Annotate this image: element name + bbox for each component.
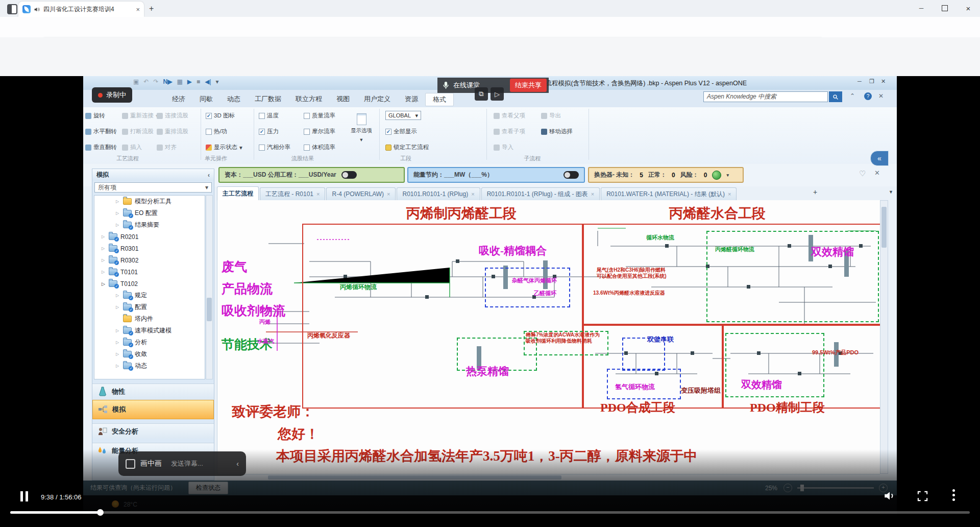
tree-item[interactable]: ▷ ✓ 模型分析工具 — [94, 196, 205, 207]
step-back-icon[interactable]: ◀| — [205, 78, 211, 85]
overlay-pip-icon[interactable]: ⧉ — [475, 87, 488, 101]
collapse-ribbon-icon[interactable]: ⌃ — [850, 92, 855, 100]
expander-icon[interactable]: ▷ — [116, 305, 122, 309]
window-minimize-button[interactable]: ─ — [910, 0, 933, 16]
energy-toggle[interactable] — [564, 171, 579, 179]
undo-icon[interactable]: ↶ — [143, 78, 149, 85]
tree-item[interactable]: ▷ ✓ R0301 — [94, 243, 205, 254]
reconnect-button[interactable]: 重新连接▾ — [122, 112, 159, 119]
new-tab-button[interactable]: + — [149, 4, 154, 13]
quick-access-toolbar[interactable]: ▣ ↶ ↷ N▶ ▦ ▶ ■ ◀| ▾ — [133, 78, 219, 85]
expander-icon[interactable]: ▷ — [116, 223, 122, 227]
tree-item[interactable]: ▷ ✓ EO 配置 — [94, 207, 205, 219]
browser-tab[interactable]: 四川省化工设计竞赛培训4 × — [18, 2, 144, 17]
volume-flow-checkbox[interactable]: 体积流率 — [304, 143, 335, 151]
expander-icon[interactable]: ▷ — [116, 211, 122, 215]
tree-item[interactable]: ▷ ✓ 规定 — [94, 290, 205, 301]
window-close-button[interactable]: × — [957, 0, 980, 16]
tab-audio-speaker-icon[interactable] — [34, 6, 40, 13]
tree-item[interactable]: ▷ ✓ 收敛 — [94, 348, 205, 360]
expander-icon[interactable]: ▷ — [102, 234, 108, 239]
close-tab-icon[interactable]: × — [728, 191, 731, 197]
document-tab[interactable]: R0101.WATER-1 (MATERIAL) - 结果 (默认) × — [601, 187, 737, 200]
tab-overflow-icon[interactable]: ▼ — [889, 189, 893, 195]
ribbon-tab[interactable]: 联立方程 — [288, 93, 329, 106]
document-tab[interactable]: 工艺流程 - R0101 × — [260, 187, 325, 200]
expander-icon[interactable]: ▷ — [102, 258, 108, 262]
ribbon-tab[interactable]: 经济 — [165, 93, 192, 106]
flip-vertical-button[interactable]: 垂直翻转 — [85, 143, 117, 151]
danmaku-label[interactable]: 发送弹幕... — [171, 459, 203, 468]
player-menu-icon[interactable] — [952, 489, 955, 501]
microphone-icon[interactable] — [443, 81, 449, 89]
redo-icon[interactable]: ↷ — [153, 78, 158, 85]
vapor-fraction-checkbox[interactable]: 汽相分率 — [259, 143, 290, 151]
expander-icon[interactable]: ▷ — [102, 270, 108, 274]
save-icon[interactable]: ▣ — [133, 78, 139, 85]
show-status-button[interactable]: 显示状态▾ — [206, 143, 242, 151]
aspen-close-icon[interactable]: ✕ — [881, 78, 886, 85]
expander-icon[interactable]: ▷ — [116, 293, 122, 298]
tree-item[interactable]: ▷ ✓ 配置 — [94, 301, 205, 313]
expander-icon[interactable]: ▷ — [102, 281, 108, 286]
align-button[interactable]: 对齐 — [157, 143, 177, 151]
tree-item[interactable]: ▷ ✓ T0102 — [94, 278, 205, 290]
break-stream-button[interactable]: 打断流股 — [122, 128, 154, 135]
document-tab[interactable]: R0101.R0101-1 (RPlug) - 组成 - 图表 × — [481, 187, 600, 200]
overlay-play-icon[interactable]: ▷ — [491, 87, 504, 101]
nav-filter-dropdown[interactable]: 所有项▾ — [94, 182, 212, 193]
tab-workspaces-icon[interactable] — [7, 4, 17, 14]
exchanger-globe-icon[interactable] — [712, 171, 721, 180]
panel-collapse-icon[interactable]: ‹ — [236, 460, 239, 468]
stop-icon[interactable]: ■ — [197, 78, 200, 85]
end-share-button[interactable]: 结束共享 — [510, 79, 547, 92]
favorite-heart-icon[interactable]: ♡ — [859, 169, 866, 178]
expander-icon[interactable]: ▷ — [116, 328, 122, 333]
expander-icon[interactable]: ▷ — [116, 340, 122, 345]
tree-scrollbar[interactable] — [206, 195, 213, 379]
move-selection-button[interactable]: 移动选择 — [541, 128, 573, 135]
run-icon[interactable]: ▶ — [187, 78, 192, 85]
close-tab-icon[interactable]: × — [591, 191, 594, 197]
pip-checkbox-icon[interactable] — [126, 459, 135, 469]
nav-bottom-properties[interactable]: 物性 — [92, 384, 214, 399]
window-icon[interactable]: ▦ — [177, 78, 182, 85]
vertical-scrollbar-thumb[interactable] — [881, 207, 887, 248]
mole-flow-checkbox[interactable]: 摩尔流率 — [304, 128, 335, 135]
ribbon-tab[interactable]: 工厂数据 — [248, 93, 288, 106]
nav-bottom-simulation[interactable]: 模拟 — [92, 400, 214, 419]
collapse-panel-icon[interactable]: ‹ — [208, 172, 210, 179]
mass-flow-checkbox[interactable]: 质量流率 — [304, 112, 335, 119]
window-maximize-button[interactable] — [933, 0, 957, 16]
economics-toggle[interactable] — [341, 171, 357, 179]
ribbon-tab[interactable]: 用户定义 — [357, 93, 398, 106]
lock-flowsheet-button[interactable]: 锁定工艺流程 — [385, 143, 429, 151]
3d-icons-checkbox[interactable]: ✓3D 图标 — [206, 112, 235, 119]
aspen-search-input[interactable]: Aspen Knowledge 中搜索 — [703, 91, 828, 102]
import-button[interactable]: 导入 — [494, 143, 513, 151]
heat-work-checkbox[interactable]: 热/功 — [206, 128, 227, 135]
expander-icon[interactable]: ▷ — [116, 352, 122, 356]
pressure-checkbox[interactable]: ✓压力 — [259, 128, 279, 135]
tree-item[interactable]: ▷ ✓ 动态 — [94, 360, 205, 372]
search-button[interactable] — [829, 91, 842, 102]
tree-item[interactable]: ▷ ✓ R0302 — [94, 254, 205, 266]
tree-item[interactable]: ▷ ✓ 速率模式建模 — [94, 325, 205, 337]
aspen-restore-icon[interactable]: ❐ — [869, 78, 874, 85]
sidebar-collapse-fab[interactable]: « — [870, 151, 889, 166]
aspen-minimize-icon[interactable]: ─ — [857, 78, 862, 84]
canvas-vertical-scrollbar[interactable] — [880, 200, 888, 474]
connect-stream-button[interactable]: 连接流股 — [157, 112, 188, 119]
tree-item[interactable]: ▷ ✓ 分析 — [94, 337, 205, 348]
ribbon-tab[interactable]: 资源 — [398, 93, 425, 106]
document-tab[interactable]: 主工艺流程 × — [217, 186, 259, 200]
display-options-button[interactable]: 显示选项▾ — [349, 113, 374, 142]
temperature-checkbox[interactable]: 温度 — [259, 112, 279, 119]
new-document-tab-button[interactable]: + — [813, 188, 817, 196]
expander-icon[interactable]: ▷ — [116, 364, 122, 368]
progress-bar[interactable] — [10, 511, 970, 514]
document-tab[interactable]: R-4 (POWERLAW) × — [326, 187, 396, 200]
panel-close-icon[interactable]: ✕ — [878, 92, 884, 100]
view-child-button[interactable]: 查看子项 — [494, 128, 525, 135]
rearrange-stream-button[interactable]: 重排流股 — [157, 128, 188, 135]
